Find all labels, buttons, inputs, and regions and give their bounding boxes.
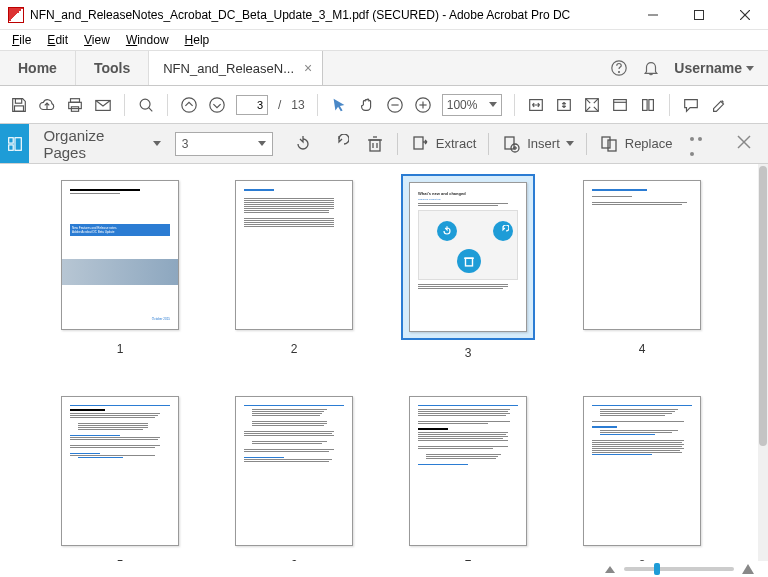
page-thumbnail[interactable]: 2: [214, 174, 374, 360]
fullscreen-icon[interactable]: [583, 96, 601, 114]
svg-rect-1: [695, 10, 704, 19]
thumbnail-zoom-slider[interactable]: [624, 567, 734, 571]
trash-icon: [365, 134, 385, 154]
rotate-ccw-button[interactable]: [285, 124, 321, 163]
comment-icon[interactable]: [682, 96, 700, 114]
caret-down-icon: [746, 66, 754, 71]
page-label: 2: [291, 342, 298, 356]
replace-icon: [599, 134, 619, 154]
thumb-large-icon: [742, 564, 754, 574]
svg-rect-29: [8, 144, 13, 149]
replace-button[interactable]: Replace: [591, 124, 681, 163]
view-mode-icon[interactable]: [639, 96, 657, 114]
search-icon[interactable]: [137, 96, 155, 114]
save-icon[interactable]: [10, 96, 28, 114]
svg-rect-37: [505, 137, 514, 149]
tab-home[interactable]: Home: [0, 51, 76, 85]
tab-close-icon[interactable]: ×: [304, 60, 312, 76]
page-thumbnail[interactable]: 5: [40, 390, 200, 561]
tab-tools[interactable]: Tools: [76, 51, 149, 85]
rotate-cw-icon: [329, 134, 349, 154]
svg-rect-26: [642, 99, 647, 110]
page-sep: /: [278, 98, 281, 112]
delete-button[interactable]: [357, 124, 393, 163]
page-label: 1: [117, 342, 124, 356]
insert-icon: [501, 134, 521, 154]
hand-tool-icon[interactable]: [358, 96, 376, 114]
zoom-value: 100%: [447, 98, 478, 112]
organize-page-dropdown[interactable]: 3: [175, 132, 273, 156]
caret-down-icon: [153, 141, 161, 146]
page-label: 3: [465, 346, 472, 360]
zoom-out-icon[interactable]: [386, 96, 404, 114]
notifications-icon[interactable]: [642, 59, 660, 77]
svg-point-5: [619, 72, 620, 73]
page-thumbnail[interactable]: 4: [562, 174, 722, 360]
bottom-bar: [0, 561, 768, 577]
minimize-button[interactable]: [630, 0, 676, 29]
page-thumbnail[interactable]: 6: [214, 390, 374, 561]
svg-rect-45: [466, 258, 473, 266]
zoom-in-icon[interactable]: [414, 96, 432, 114]
menu-bar: File Edit View Window Help: [0, 30, 768, 50]
caret-down-icon: [489, 102, 497, 107]
svg-line-13: [149, 107, 153, 111]
maximize-button[interactable]: [676, 0, 722, 29]
menu-edit[interactable]: Edit: [39, 31, 76, 49]
selection-tool-icon[interactable]: [330, 96, 348, 114]
caret-down-icon: [258, 141, 266, 146]
title-bar: NFN_and_ReleaseNotes_Acrobat_DC_Beta_Upd…: [0, 0, 768, 30]
mail-icon[interactable]: [94, 96, 112, 114]
organize-toolbar: Organize Pages 3 Extract Insert Replace: [0, 124, 768, 164]
page-number-input[interactable]: [236, 95, 268, 115]
scrollbar-thumb[interactable]: [759, 166, 767, 446]
caret-down-icon: [566, 141, 574, 146]
fit-page-icon[interactable]: [555, 96, 573, 114]
account-menu[interactable]: Username: [674, 60, 754, 76]
organize-panel-icon[interactable]: [0, 124, 29, 163]
page-total: 13: [291, 98, 304, 112]
vertical-scrollbar[interactable]: [758, 164, 768, 561]
menu-help[interactable]: Help: [177, 31, 218, 49]
svg-rect-36: [414, 137, 423, 149]
organize-dropdown[interactable]: Organize Pages: [29, 127, 174, 161]
page-down-icon[interactable]: [208, 96, 226, 114]
window-title: NFN_and_ReleaseNotes_Acrobat_DC_Beta_Upd…: [30, 8, 570, 22]
more-button[interactable]: [680, 124, 720, 163]
insert-label: Insert: [527, 136, 560, 151]
menu-file[interactable]: File: [4, 31, 39, 49]
menu-window[interactable]: Window: [118, 31, 177, 49]
organize-close-button[interactable]: [720, 134, 768, 154]
fit-width-icon[interactable]: [527, 96, 545, 114]
help-icon[interactable]: [610, 59, 628, 77]
cloud-icon[interactable]: [38, 96, 56, 114]
more-icon: [688, 129, 712, 159]
svg-rect-42: [608, 140, 616, 151]
extract-icon: [410, 134, 430, 154]
svg-rect-9: [69, 102, 82, 108]
print-icon[interactable]: [66, 96, 84, 114]
replace-label: Replace: [625, 136, 673, 151]
read-mode-icon[interactable]: [611, 96, 629, 114]
page-thumbnail[interactable]: 8: [562, 390, 722, 561]
rotate-ccw-icon: [293, 134, 313, 154]
insert-button[interactable]: Insert: [493, 124, 582, 163]
page-thumbnail-selected[interactable]: What's new and changed Organize Pages to…: [388, 174, 548, 360]
page-thumbnail[interactable]: New Features and Release notesAdobe Acro…: [40, 174, 200, 360]
zoom-dropdown[interactable]: 100%: [442, 94, 502, 116]
svg-rect-28: [8, 137, 13, 142]
svg-rect-41: [602, 137, 610, 148]
page-up-icon[interactable]: [180, 96, 198, 114]
close-button[interactable]: [722, 0, 768, 29]
rotate-cw-button[interactable]: [321, 124, 357, 163]
svg-rect-31: [370, 140, 380, 151]
page-thumbnail[interactable]: 7: [388, 390, 548, 561]
menu-view[interactable]: View: [76, 31, 118, 49]
svg-rect-24: [613, 99, 626, 110]
main-toolbar: / 13 100%: [0, 86, 768, 124]
extract-button[interactable]: Extract: [402, 124, 484, 163]
highlight-icon[interactable]: [710, 96, 728, 114]
organize-page-value: 3: [182, 137, 189, 151]
tab-document[interactable]: NFN_and_ReleaseN... ×: [149, 51, 323, 85]
slider-knob[interactable]: [654, 563, 660, 575]
